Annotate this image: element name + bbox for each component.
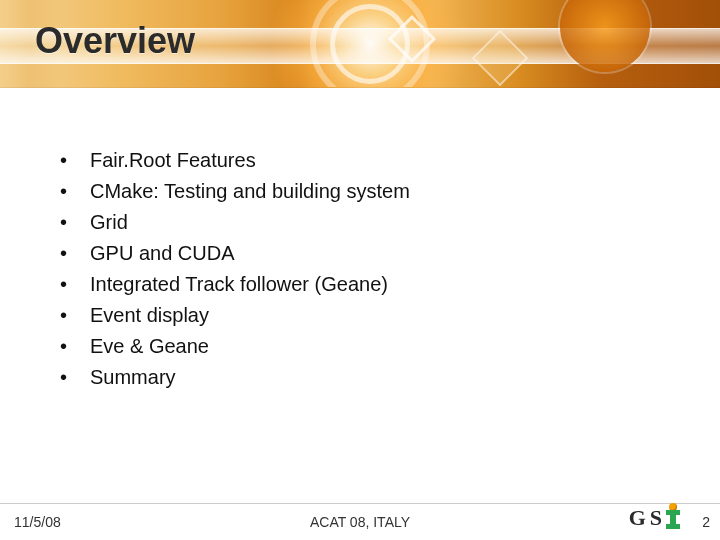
bullet-text: Summary bbox=[90, 362, 176, 393]
bullet-text: Fair.Root Features bbox=[90, 145, 256, 176]
bullet-item: •Grid bbox=[60, 207, 680, 238]
logo-letter: S bbox=[650, 505, 663, 531]
bullet-item: •Eve & Geane bbox=[60, 331, 680, 362]
bullet-item: •Event display bbox=[60, 300, 680, 331]
bullet-text: Integrated Track follower (Geane) bbox=[90, 269, 388, 300]
slide: Overview •Fair.Root Features •CMake: Tes… bbox=[0, 0, 720, 540]
logo-letter: G bbox=[629, 505, 647, 531]
decoration-square bbox=[472, 30, 529, 87]
bullet-text: GPU and CUDA bbox=[90, 238, 235, 269]
footer-page-number: 2 bbox=[702, 514, 710, 530]
bullet-marker: • bbox=[60, 300, 90, 331]
footer: 11/5/08 ACAT 08, ITALY G S 2 bbox=[0, 504, 720, 540]
bullet-marker: • bbox=[60, 269, 90, 300]
slide-title: Overview bbox=[35, 20, 195, 62]
bullet-marker: • bbox=[60, 238, 90, 269]
logo-i-icon bbox=[666, 507, 680, 529]
bullet-text: CMake: Testing and building system bbox=[90, 176, 410, 207]
bullet-text: Event display bbox=[90, 300, 209, 331]
bullet-list: •Fair.Root Features •CMake: Testing and … bbox=[60, 145, 680, 393]
gsi-logo: G S bbox=[629, 505, 680, 531]
bullet-marker: • bbox=[60, 176, 90, 207]
bullet-marker: • bbox=[60, 207, 90, 238]
footer-venue: ACAT 08, ITALY bbox=[0, 514, 720, 530]
bullet-marker: • bbox=[60, 331, 90, 362]
bullet-marker: • bbox=[60, 362, 90, 393]
bullet-item: •Fair.Root Features bbox=[60, 145, 680, 176]
bullet-item: •GPU and CUDA bbox=[60, 238, 680, 269]
bullet-marker: • bbox=[60, 145, 90, 176]
bullet-item: •CMake: Testing and building system bbox=[60, 176, 680, 207]
bullet-item: •Summary bbox=[60, 362, 680, 393]
bullet-text: Grid bbox=[90, 207, 128, 238]
decoration-circle bbox=[560, 0, 650, 72]
bullet-item: •Integrated Track follower (Geane) bbox=[60, 269, 680, 300]
title-banner: Overview bbox=[0, 0, 720, 88]
bullet-text: Eve & Geane bbox=[90, 331, 209, 362]
